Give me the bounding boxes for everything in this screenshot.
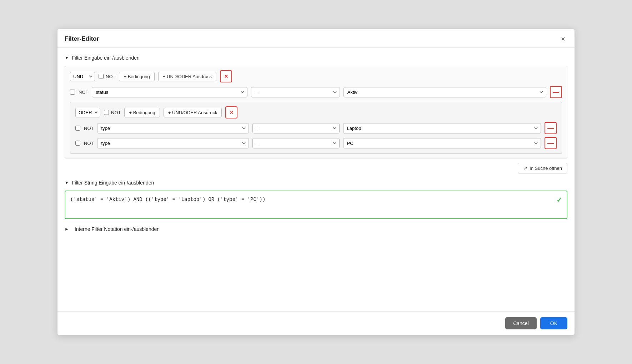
condition1-delete-icon: — — [553, 89, 559, 96]
condition2-value-select[interactable]: Laptop PC — [343, 123, 541, 133]
condition1-value-select[interactable]: Aktiv Inaktiv — [343, 87, 546, 97]
top-operator-select[interactable]: UND ODER — [70, 72, 95, 81]
section3-toggle[interactable]: ► Interne Filter Notation ein-/ausblende… — [65, 226, 567, 232]
filter-editor-dialog: Filter-Editor × ▼ Filter Eingabe ein-/au… — [57, 29, 575, 335]
nested-add-condition-button[interactable]: + Bedingung — [124, 108, 160, 117]
condition1-not-label: NOT — [79, 90, 88, 95]
section3-label: Interne Filter Notation ein-/ausblenden — [75, 226, 160, 232]
condition1-delete-button[interactable]: — — [550, 86, 562, 98]
condition2-field-select[interactable]: status type — [97, 123, 249, 133]
nested-filter-block: UND ODER NOT + Bedingung + UND/ODER Ausd… — [70, 102, 562, 154]
section1-label: Filter Eingabe ein-/ausblenden — [72, 55, 140, 61]
nested-add-expression-button[interactable]: + UND/ODER Ausdruck — [164, 108, 222, 117]
nested-delete-icon: × — [230, 109, 234, 116]
condition3-field-select[interactable]: status type — [97, 138, 249, 148]
nested-not-checkbox-label[interactable]: NOT — [104, 110, 121, 115]
section2-arrow: ▼ — [65, 180, 69, 185]
condition2-row: NOT status type = != Laptop PC — — [75, 122, 557, 134]
top-not-label: NOT — [106, 74, 115, 79]
cancel-button[interactable]: Cancel — [505, 317, 537, 329]
search-btn-row: ↗ In Suche öffnen — [65, 163, 567, 173]
condition3-value-select[interactable]: Laptop PC — [343, 138, 541, 148]
condition2-operator-select[interactable]: = != — [252, 123, 339, 133]
nested-not-checkbox[interactable] — [104, 110, 109, 115]
condition2-delete-button[interactable]: — — [545, 122, 557, 134]
open-in-search-button[interactable]: ↗ In Suche öffnen — [518, 163, 567, 173]
section2-toggle[interactable]: ▼ Filter String Eingabe ein-/ausblenden — [65, 180, 567, 186]
nested-toolbar-row: UND ODER NOT + Bedingung + UND/ODER Ausd… — [75, 106, 557, 118]
nested-add-expression-label: + UND/ODER Ausdruck — [168, 110, 217, 115]
filter-string-area: ('status' = 'Aktiv') AND (('type' = 'Lap… — [65, 191, 567, 219]
condition2-not-checkbox[interactable] — [75, 126, 80, 131]
condition3-delete-button[interactable]: — — [545, 137, 557, 149]
search-open-label: In Suche öffnen — [530, 166, 562, 171]
condition3-not-checkbox[interactable] — [75, 141, 80, 146]
top-not-checkbox-label[interactable]: NOT — [99, 74, 115, 79]
filter-string-valid-icon: ✓ — [556, 196, 562, 204]
filter-string-text[interactable]: ('status' = 'Aktiv') AND (('type' = 'Lap… — [70, 197, 265, 202]
top-add-expression-button[interactable]: + UND/ODER Ausdruck — [158, 72, 217, 81]
condition3-delete-icon: — — [547, 140, 554, 147]
dialog-body: ▼ Filter Eingabe ein-/ausblenden UND ODE… — [57, 48, 575, 239]
condition2-delete-icon: — — [547, 125, 554, 132]
top-filter-block: UND ODER NOT + Bedingung + UND/ODER Ausd… — [65, 66, 567, 158]
nested-operator-select[interactable]: UND ODER — [75, 108, 100, 117]
condition3-operator-select[interactable]: = != — [252, 138, 339, 148]
dialog-title: Filter-Editor — [65, 35, 99, 42]
top-not-checkbox[interactable] — [99, 74, 104, 79]
section1-toggle[interactable]: ▼ Filter Eingabe ein-/ausblenden — [65, 55, 567, 61]
filter-string-section: ▼ Filter String Eingabe ein-/ausblenden … — [65, 180, 567, 219]
section1-arrow: ▼ — [65, 55, 69, 60]
ok-button[interactable]: OK — [540, 317, 567, 329]
nested-not-label: NOT — [111, 110, 121, 115]
nested-add-condition-label: + Bedingung — [129, 110, 155, 115]
top-add-condition-label: + Bedingung — [124, 74, 150, 79]
condition1-field-select[interactable]: status type — [92, 87, 247, 97]
condition2-not-label: NOT — [84, 126, 94, 131]
top-toolbar-row: UND ODER NOT + Bedingung + UND/ODER Ausd… — [70, 70, 562, 82]
condition3-not-label: NOT — [84, 141, 94, 146]
condition1-operator-select[interactable]: = != < > — [251, 87, 340, 97]
section2-label: Filter String Eingabe ein-/ausblenden — [72, 180, 154, 186]
dialog-footer: Cancel OK — [57, 311, 575, 335]
nested-delete-button[interactable]: × — [225, 106, 237, 118]
top-delete-button[interactable]: × — [220, 70, 232, 82]
condition3-row: NOT status type = != Laptop PC — — [75, 137, 557, 149]
top-add-condition-button[interactable]: + Bedingung — [119, 72, 154, 81]
top-add-expression-label: + UND/ODER Ausdruck — [163, 74, 212, 79]
dialog-header: Filter-Editor × — [57, 29, 575, 48]
close-button[interactable]: × — [559, 35, 567, 43]
top-delete-icon: × — [224, 73, 228, 80]
condition1-row: NOT status type = != < > Aktiv Inaktiv — — [70, 86, 562, 98]
section3-arrow: ► — [65, 227, 69, 232]
condition1-not-checkbox[interactable] — [70, 90, 75, 95]
search-open-icon: ↗ — [523, 165, 527, 171]
